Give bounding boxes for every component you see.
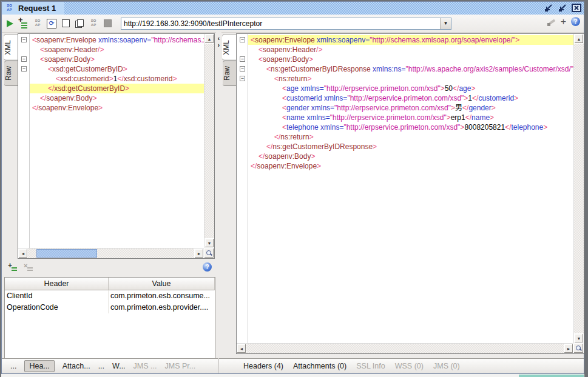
xml-line[interactable]: −<soapenv:Envelope xmlns:soapenv="http:/… [18, 35, 204, 45]
request-vscrollbar[interactable]: ▲ ▼ [204, 34, 214, 248]
xml-line[interactable]: </xsd:getCustomerByID> [18, 84, 204, 93]
xml-line[interactable]: </soapenv:Body> [18, 93, 204, 103]
xml-code[interactable]: </soapenv:Body> [30, 93, 204, 103]
xml-code[interactable]: <ns:getCustomerByIDResponse xmlns:ns="ht… [248, 64, 573, 74]
editor-tab-raw[interactable]: Raw [4, 61, 18, 86]
create-empty-button[interactable] [59, 18, 72, 30]
xml-line[interactable]: −<ns:return> [237, 74, 573, 84]
xml-line[interactable]: −<soapenv:Envelope xmlns:soapenv="http:/… [237, 35, 573, 45]
xml-code[interactable]: <name xmlns="http://erpservice.primeton.… [248, 113, 573, 122]
minimize-button[interactable] [543, 3, 553, 13]
hscroll-thumb[interactable] [36, 249, 97, 258]
xml-line[interactable]: <age xmlns="http://erpservice.primeton.c… [237, 84, 573, 93]
titlebar[interactable]: SO AP Request 1 [2, 2, 584, 15]
xml-line[interactable]: </soapenv:Body> [237, 152, 573, 161]
xml-line[interactable]: −<soapenv:Body> [237, 55, 573, 64]
xml-line[interactable]: </ns:return> [237, 132, 573, 142]
inspector-tab[interactable]: Attach... [63, 362, 90, 370]
xml-code[interactable]: <soapenv:Header/> [248, 45, 573, 55]
collapse-left-icon[interactable]: ‹ [216, 36, 221, 42]
soap-action-button[interactable]: SOAP [32, 18, 44, 30]
scroll-down-button[interactable]: ▼ [204, 238, 214, 248]
scroll-right-button[interactable]: ► [564, 344, 573, 353]
endpoint-input[interactable] [121, 19, 440, 28]
recreate-request-button[interactable]: ⟳ [46, 18, 58, 30]
add-to-testcase-button[interactable]: + [18, 18, 30, 30]
response-hscrollbar[interactable]: ◄ ► [237, 343, 573, 353]
xml-line[interactable]: −<soapenv:Body> [18, 55, 204, 64]
close-button[interactable] [571, 3, 581, 13]
inspector-tab[interactable]: W... [112, 362, 126, 370]
header-name-cell[interactable]: OperationCode [5, 302, 109, 313]
header-value-cell[interactable]: com.primeton.esb.provider.... [109, 302, 215, 313]
xml-line[interactable]: <name xmlns="http://erpservice.primeton.… [237, 113, 573, 122]
xml-code[interactable]: <telephone xmlns="http://erpservice.prim… [248, 122, 573, 132]
restore-button[interactable] [557, 3, 567, 13]
fold-collapse-icon[interactable]: − [21, 66, 27, 72]
xml-code[interactable]: <soapenv:Envelope xmlns:soapenv="http://… [30, 35, 204, 45]
cancel-request-button[interactable] [101, 18, 113, 30]
header-value-cell[interactable]: com.primeton.esb.consume... [109, 290, 215, 302]
collapse-right-icon[interactable]: › [216, 42, 221, 48]
scroll-left-button[interactable]: ◄ [237, 344, 246, 353]
help-icon[interactable]: ? [203, 262, 212, 272]
column-header[interactable]: Header [5, 278, 109, 290]
response-vscrollbar[interactable]: ▲ ▼ [573, 34, 584, 343]
xml-code[interactable]: <xsd:customerid>1</xsd:customerid> [30, 74, 204, 84]
split-divider[interactable]: ‹ › [216, 32, 221, 370]
table-row[interactable]: OperationCodecom.primeton.esb.provider..… [5, 302, 215, 313]
xml-line[interactable]: <customerid xmlns="http://erpservice.pri… [237, 93, 573, 103]
scroll-left-button[interactable]: ◄ [18, 249, 28, 258]
scroll-up-button[interactable]: ▲ [574, 34, 584, 44]
xml-code[interactable]: <ns:return> [248, 74, 573, 84]
xml-code[interactable]: <soapenv:Body> [30, 55, 204, 64]
xml-line[interactable]: <xsd:customerid>1</xsd:customerid> [18, 74, 204, 84]
column-header[interactable]: Value [109, 278, 215, 290]
table-row[interactable]: ClientIdcom.primeton.esb.consume... [5, 290, 215, 302]
xml-code[interactable]: <soapenv:Body> [248, 55, 573, 64]
fold-collapse-icon[interactable]: − [21, 37, 27, 42]
delete-header-button[interactable]: × [24, 263, 35, 273]
xml-code[interactable]: </soapenv:Envelope> [248, 161, 573, 171]
xml-line[interactable]: −<ns:getCustomerByIDResponse xmlns:ns="h… [237, 64, 573, 74]
xml-code[interactable]: </soapenv:Envelope> [30, 103, 204, 113]
scroll-down-button[interactable]: ▼ [574, 333, 584, 343]
editor-tab-xml[interactable]: XML [4, 35, 18, 61]
clone-request-button[interactable] [73, 18, 86, 30]
fold-collapse-icon[interactable]: − [240, 76, 245, 81]
xml-line[interactable]: </soapenv:Envelope> [18, 103, 204, 113]
xml-code[interactable]: </xsd:getCustomerByID> [30, 84, 204, 93]
dropdown-arrow-icon[interactable]: ▼ [440, 18, 451, 29]
fold-collapse-icon[interactable]: − [240, 66, 245, 72]
request-hscrollbar[interactable]: ◄ ► [18, 248, 204, 258]
scroll-right-button[interactable]: ► [194, 249, 204, 258]
endpoint-combobox[interactable]: ▼ [121, 18, 451, 30]
xml-line[interactable]: <soapenv:Header/> [18, 45, 204, 55]
xml-line[interactable]: <gender xmlns="http://erpservice.primeto… [237, 103, 573, 113]
xml-line[interactable]: <telephone xmlns="http://erpservice.prim… [237, 122, 573, 132]
xml-line[interactable]: </ns:getCustomerByIDResponse> [237, 142, 573, 152]
xml-code[interactable]: </soapenv:Body> [248, 152, 573, 161]
header-name-cell[interactable]: ClientId [5, 290, 109, 302]
inspector-tab[interactable]: Attachments (0) [293, 362, 346, 370]
xml-code[interactable]: </ns:return> [248, 132, 573, 142]
xml-code[interactable]: <gender xmlns="http://erpservice.primeto… [248, 103, 573, 113]
request-headers-table[interactable]: Header Value ClientIdcom.primeton.esb.co… [4, 277, 215, 359]
fold-collapse-icon[interactable]: − [21, 56, 27, 62]
submit-request-button[interactable] [4, 18, 16, 30]
fold-collapse-icon[interactable]: − [240, 56, 245, 62]
xml-code[interactable]: <soapenv:Envelope xmlns:soapenv="http://… [248, 35, 573, 45]
inspector-tab[interactable]: ... [10, 362, 16, 370]
inspector-tab[interactable]: Hea... [24, 360, 54, 372]
zoom-editor-button[interactable] [573, 343, 584, 353]
add-icon[interactable]: + [561, 18, 566, 26]
help-icon[interactable]: ? [571, 17, 580, 26]
xml-code[interactable]: <customerid xmlns="http://erpservice.pri… [248, 93, 573, 103]
request-xml-editor[interactable]: −<soapenv:Envelope xmlns:soapenv="http:/… [18, 33, 215, 259]
xml-code[interactable]: <soapenv:Header/> [30, 45, 204, 55]
response-xml-editor[interactable]: −<soapenv:Envelope xmlns:soapenv="http:/… [236, 33, 584, 354]
xml-code[interactable]: <xsd:getCustomerByID> [30, 64, 204, 74]
scroll-up-button[interactable]: ▲ [204, 34, 214, 44]
xml-code[interactable]: </ns:getCustomerByIDResponse> [248, 142, 573, 152]
xml-code[interactable]: <age xmlns="http://erpservice.primeton.c… [248, 84, 573, 93]
